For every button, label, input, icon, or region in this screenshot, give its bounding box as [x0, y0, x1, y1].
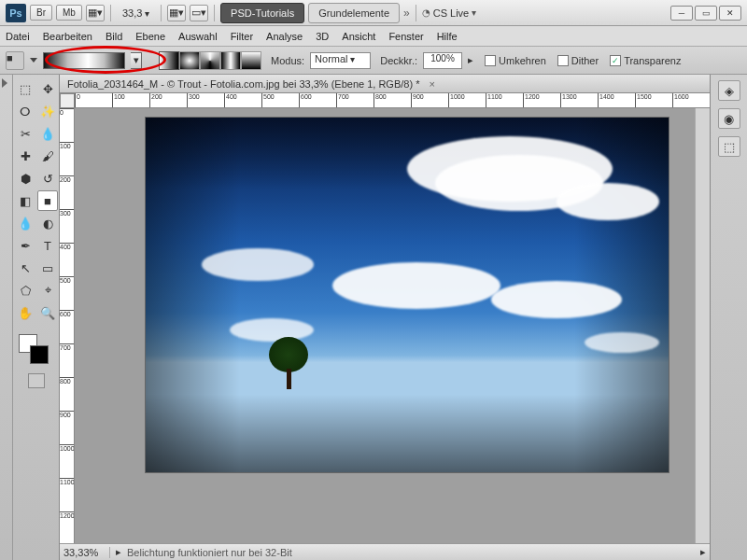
window-close-icon[interactable]: ✕ — [719, 6, 741, 21]
menu-analyse[interactable]: Analyse — [266, 31, 303, 42]
status-zoom[interactable]: 33,33% — [63, 547, 110, 558]
right-dock: ◈ ◉ ⬚ — [710, 75, 747, 560]
gradient-reflected-icon[interactable] — [220, 51, 241, 70]
document-image[interactable] — [146, 118, 669, 472]
left-dock-rail[interactable] — [0, 75, 13, 560]
shape-tool-icon[interactable]: ▭ — [37, 258, 58, 278]
ruler-vertical[interactable]: 0100200300400500600700800900100011001200 — [60, 108, 75, 543]
zoom-tool-icon[interactable]: 🔍 — [37, 302, 58, 323]
deckkraft-stepper-icon[interactable]: ▸ — [468, 54, 473, 66]
workspace-tab-psd[interactable]: PSD-Tutorials — [220, 3, 304, 23]
screen-mode-icon[interactable]: ▭▾ — [190, 5, 208, 21]
menu-ebene[interactable]: Ebene — [135, 31, 165, 42]
status-message: Belichtung funktioniert nur bei 32-Bit — [127, 547, 695, 558]
move-tool-icon[interactable]: ✥ — [37, 78, 58, 99]
window-minimize-icon[interactable]: ─ — [670, 6, 693, 21]
app-topbar: Ps Br Mb ▦▾ 33,3 ▾ ▦▾ ▭▾ PSD-Tutorials G… — [0, 0, 747, 26]
type-tool-icon[interactable]: T — [37, 235, 58, 256]
dodge-tool-icon[interactable]: ◐ — [37, 213, 58, 233]
lasso-tool-icon[interactable]: ⵔ — [15, 101, 35, 121]
tool-preset-dropdown-icon[interactable] — [30, 58, 37, 63]
transparenz-label: Transparenz — [624, 55, 681, 66]
menu-ansicht[interactable]: Ansicht — [342, 31, 375, 42]
workspace-tab-grund[interactable]: Grundelemente — [308, 3, 400, 23]
history-brush-icon[interactable]: ↺ — [37, 168, 58, 189]
status-more-icon[interactable]: ▸ — [700, 546, 706, 558]
dither-checkbox[interactable] — [557, 55, 569, 66]
menu-bearbeiten[interactable]: Bearbeiten — [43, 31, 92, 42]
stamp-tool-icon[interactable]: ⬢ — [15, 168, 35, 189]
3d-tool-icon[interactable]: ⬠ — [15, 280, 35, 301]
eraser-tool-icon[interactable]: ◧ — [15, 190, 35, 211]
menu-hilfe[interactable]: Hilfe — [437, 31, 458, 42]
menu-fenster[interactable]: Fenster — [388, 31, 423, 42]
document-area: Fotolia_2031464_M - © Trout - Fotolia.co… — [60, 75, 710, 560]
pen-tool-icon[interactable]: ✒ — [15, 235, 35, 256]
menu-datei[interactable]: Datei — [6, 31, 30, 42]
layout-icon[interactable]: ▦▾ — [86, 5, 105, 21]
ruler-horizontal[interactable]: 0100200300400500600700800900100011001200… — [75, 93, 710, 108]
marquee-tool-icon[interactable]: ⬚ — [15, 78, 35, 99]
options-bar: ■ ▾ Modus: Normal ▾ Deckkr.: 100%▸ Umkeh… — [0, 47, 747, 75]
gradient-tool-icon[interactable]: ■ — [6, 51, 24, 70]
ps-logo: Ps — [6, 4, 26, 22]
wand-tool-icon[interactable]: ✨ — [37, 101, 58, 121]
scrollbar-vertical[interactable] — [695, 108, 710, 543]
ruler-origin[interactable] — [60, 93, 75, 108]
gradient-linear-icon[interactable] — [159, 51, 179, 70]
layers-panel-icon[interactable]: ◈ — [718, 80, 740, 101]
healing-tool-icon[interactable]: ✚ — [15, 146, 35, 166]
tree-graphic — [269, 337, 308, 389]
channels-panel-icon[interactable]: ◉ — [718, 108, 740, 129]
eyedropper-tool-icon[interactable]: 💧 — [37, 123, 58, 144]
paths-panel-icon[interactable]: ⬚ — [718, 136, 740, 157]
dither-label: Dither — [571, 55, 599, 66]
window-restore-icon[interactable]: ▭ — [695, 6, 717, 21]
crop-tool-icon[interactable]: ✂ — [15, 123, 35, 144]
gradient-type-group — [159, 51, 261, 70]
blur-tool-icon[interactable]: 💧 — [15, 213, 35, 233]
tools-panel: ⬚ ✥ ⵔ ✨ ✂ 💧 ✚ 🖌 ⬢ ↺ ◧ ■ 💧 ◐ ✒ T ↖ ▭ ⬠ ⌖ … — [13, 75, 60, 560]
umkehren-checkbox[interactable] — [485, 55, 496, 66]
close-tab-icon[interactable]: × — [429, 78, 434, 90]
more-workspaces-icon[interactable]: » — [403, 7, 410, 20]
deckkraft-label: Deckkr.: — [380, 55, 417, 66]
transparenz-checkbox[interactable]: ✓ — [610, 55, 621, 66]
gradient-picker-dropdown-icon[interactable]: ▾ — [131, 52, 142, 69]
menu-filter[interactable]: Filter — [231, 31, 253, 42]
zoom-display[interactable]: 33,3 ▾ — [117, 6, 155, 21]
canvas[interactable] — [75, 108, 695, 543]
modus-select[interactable]: Normal ▾ — [310, 52, 371, 69]
gradient-tool-icon-selected[interactable]: ■ — [37, 190, 58, 211]
menu-auswahl[interactable]: Auswahl — [178, 31, 218, 42]
background-swatch[interactable] — [30, 345, 49, 364]
3d-camera-icon[interactable]: ⌖ — [37, 280, 58, 301]
gradient-angle-icon[interactable] — [200, 51, 220, 70]
hand-tool-icon[interactable]: ✋ — [15, 302, 35, 323]
document-title: Fotolia_2031464_M - © Trout - Fotolia.co… — [67, 78, 419, 90]
deckkraft-input[interactable]: 100% — [423, 52, 462, 69]
status-nav-icon[interactable]: ▸ — [116, 546, 121, 558]
modus-label: Modus: — [271, 55, 304, 66]
umkehren-label: Umkehren — [499, 55, 546, 66]
color-swatches[interactable] — [15, 330, 58, 368]
brush-tool-icon[interactable]: 🖌 — [37, 146, 58, 166]
menu-bar: Datei Bearbeiten Bild Ebene Auswahl Filt… — [0, 26, 747, 47]
minibridge-button[interactable]: Mb — [56, 5, 82, 21]
gradient-picker[interactable] — [43, 52, 125, 69]
gradient-radial-icon[interactable] — [179, 51, 200, 70]
view-extras-icon[interactable]: ▦▾ — [167, 5, 186, 21]
path-tool-icon[interactable]: ↖ — [15, 258, 35, 278]
menu-bild[interactable]: Bild — [106, 31, 122, 42]
gradient-diamond-icon[interactable] — [241, 51, 261, 70]
document-tab[interactable]: Fotolia_2031464_M - © Trout - Fotolia.co… — [60, 75, 710, 93]
quickmask-icon[interactable] — [28, 373, 45, 388]
menu-3d[interactable]: 3D — [316, 31, 329, 42]
status-bar: 33,33% ▸ Belichtung funktioniert nur bei… — [60, 543, 710, 560]
cslive-button[interactable]: ◔ CS Live ▾ — [422, 7, 477, 19]
bridge-button[interactable]: Br — [30, 5, 52, 21]
